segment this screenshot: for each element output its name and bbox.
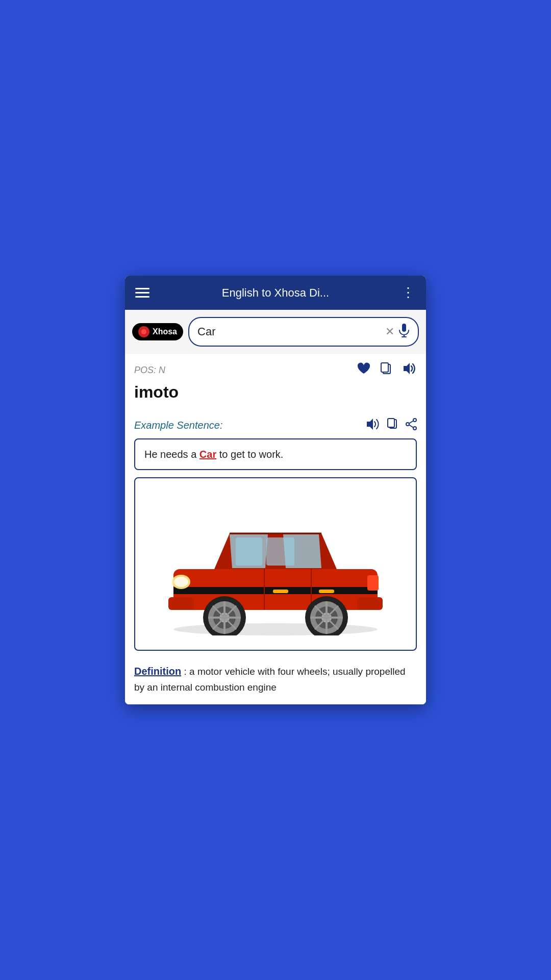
word-result-section: POS: N xyxy=(125,354,426,413)
action-icons xyxy=(357,362,417,379)
car-image xyxy=(135,482,416,646)
svg-rect-8 xyxy=(388,419,394,427)
svg-rect-0 xyxy=(402,324,406,332)
app-title: English to Xhosa Di... xyxy=(156,286,395,300)
svg-point-26 xyxy=(174,577,188,587)
svg-rect-17 xyxy=(236,537,262,566)
svg-marker-6 xyxy=(367,419,373,430)
svg-point-9 xyxy=(413,419,416,422)
example-sound-icon[interactable] xyxy=(366,418,380,432)
svg-rect-24 xyxy=(357,597,383,610)
translated-word: imoto xyxy=(134,383,417,402)
svg-rect-21 xyxy=(273,590,288,593)
sentence-highlight: Car xyxy=(199,449,216,460)
sentence-after: to get to work. xyxy=(216,449,283,460)
language-badge[interactable]: Xhosa xyxy=(132,323,183,340)
microphone-icon[interactable] xyxy=(398,323,410,340)
example-section: Example Sentence: xyxy=(125,413,426,470)
lang-badge-icon xyxy=(138,326,149,337)
copy-icon[interactable] xyxy=(380,362,392,379)
example-sentence-box: He needs a Car to get to work. xyxy=(134,438,417,470)
car-image-box xyxy=(134,477,417,651)
svg-rect-22 xyxy=(319,590,334,593)
svg-line-12 xyxy=(409,421,413,424)
pos-label: POS: N xyxy=(134,365,357,376)
svg-point-10 xyxy=(413,427,416,430)
example-copy-icon[interactable] xyxy=(387,418,398,432)
example-share-icon[interactable] xyxy=(406,418,417,432)
svg-rect-4 xyxy=(381,363,388,372)
menu-button[interactable] xyxy=(135,288,149,298)
svg-line-13 xyxy=(409,425,413,428)
definition-label: Definition xyxy=(134,666,181,677)
definition-colon: : xyxy=(181,666,187,677)
pos-row: POS: N xyxy=(134,362,417,379)
main-content: Xhosa ✕ POS: N xyxy=(125,310,426,704)
clear-button[interactable]: ✕ xyxy=(385,325,394,338)
sentence-before: He needs a xyxy=(144,449,199,460)
search-box: ✕ xyxy=(188,317,419,347)
svg-point-14 xyxy=(173,623,378,635)
example-header: Example Sentence: xyxy=(134,418,417,432)
svg-rect-18 xyxy=(266,537,294,566)
example-label: Example Sentence: xyxy=(134,420,222,431)
svg-point-11 xyxy=(406,423,409,426)
favorite-icon[interactable] xyxy=(357,362,371,379)
svg-rect-23 xyxy=(168,597,194,610)
example-icons xyxy=(366,418,417,432)
top-bar: English to Xhosa Di... ⋮ xyxy=(125,276,426,310)
svg-rect-27 xyxy=(367,575,379,591)
more-options-button[interactable]: ⋮ xyxy=(402,285,416,301)
search-input[interactable] xyxy=(197,325,381,338)
definition-section: Definition : a motor vehicle with four w… xyxy=(125,658,426,704)
sound-icon[interactable] xyxy=(402,362,417,379)
search-area: Xhosa ✕ xyxy=(125,310,426,354)
phone-frame: English to Xhosa Di... ⋮ Xhosa ✕ xyxy=(125,276,426,704)
lang-badge-label: Xhosa xyxy=(153,327,177,336)
svg-marker-5 xyxy=(404,363,410,374)
